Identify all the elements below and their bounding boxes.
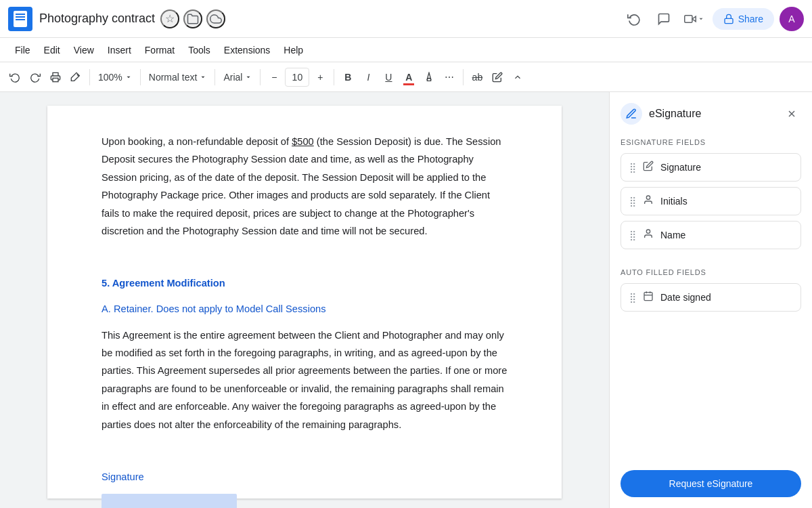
user-avatar[interactable]: A [780,7,804,31]
menu-help[interactable]: Help [277,42,310,58]
esig-title-row: eSignature [621,103,701,125]
separator-3 [215,69,215,85]
font-size-input[interactable] [285,68,309,87]
auto-fields-label: AUTO FILLED FIELDS [621,268,801,276]
highlight-button[interactable] [420,66,438,88]
paint-format-button[interactable] [66,66,85,88]
agreement-paragraph: This Agreement is the entire agreement b… [102,326,508,433]
svg-rect-2 [725,18,733,23]
svg-rect-1 [684,15,692,22]
decrease-font-button[interactable]: − [265,66,284,88]
esig-header: eSignature [621,103,801,125]
esig-fields-section: ESIGNATURE FIELDS ⣿ Signature ⣿ Initials… [621,138,801,255]
separator-6 [463,69,464,85]
chat-button[interactable] [652,7,676,31]
meet-button[interactable] [681,8,707,30]
svg-rect-3 [53,78,58,81]
signature-box[interactable] [102,494,237,508]
signature-drag-handle: ⣿ [629,162,636,173]
initials-drag-handle: ⣿ [629,196,636,207]
section5-heading: 5. Agreement Modification [102,274,508,292]
date-signed-field-item[interactable]: ⣿ Date signed [621,283,801,312]
more-options-button[interactable]: ⋯ [440,66,459,88]
font-size-area: − + [265,66,330,88]
underline-button[interactable]: U [379,66,398,88]
svg-rect-8 [644,293,652,301]
svg-point-7 [646,230,650,233]
share-label: Share [738,14,763,24]
document-page: Upon booking, a non-refundable deposit o… [47,106,562,499]
document-area[interactable]: Upon booking, a non-refundable deposit o… [0,92,609,508]
history-button[interactable] [622,7,646,31]
initials-field-icon [643,194,654,208]
date-drag-handle: ⣿ [629,292,636,303]
title-right-actions: Share A [622,7,804,31]
signature-field-icon [643,161,654,174]
name-field-label: Name [660,230,685,240]
document-body: Upon booking, a non-refundable deposit o… [102,133,508,508]
esignature-panel: eSignature ESIGNATURE FIELDS ⣿ Signature… [609,92,812,508]
deposit-paragraph: Upon booking, a non-refundable deposit o… [102,133,508,240]
star-button[interactable]: ☆ [160,9,179,28]
menu-view[interactable]: View [67,42,101,58]
cloud-button[interactable] [206,9,225,28]
signature-field-item[interactable]: ⣿ Signature [621,153,801,182]
menu-edit[interactable]: Edit [37,42,67,58]
title-icon-group: ☆ [160,9,225,28]
zoom-selector[interactable]: 100% [94,66,136,88]
italic-button[interactable]: I [359,66,378,88]
bold-button[interactable]: B [338,66,357,88]
sectionA-heading: A. Retainer. Does not apply to Model Cal… [102,300,508,318]
paint2-button[interactable] [488,66,507,88]
date-signed-icon [643,291,654,304]
print-button[interactable] [46,66,65,88]
document-title: Photography contract [39,12,155,26]
undo-button[interactable] [5,66,24,88]
formatting-toolbar: 100% Normal text Arial − + B I U A ⋯ ab [0,62,812,92]
separator-5 [334,69,334,85]
auto-filled-section: AUTO FILLED FIELDS ⣿ Date signed [621,268,801,317]
menu-tools[interactable]: Tools [181,42,217,58]
increase-font-button[interactable]: + [311,66,330,88]
main-layout: Upon booking, a non-refundable deposit o… [0,92,812,508]
esig-close-button[interactable] [782,104,801,123]
separator-4 [260,69,261,85]
redo-button[interactable] [26,66,45,88]
name-field-icon [643,228,654,242]
separator-1 [89,69,90,85]
strikethrough-button[interactable]: ab [468,66,487,88]
signature-label: Signature [102,468,508,486]
share-button[interactable]: Share [713,8,774,30]
deposit-amount: $500 [292,136,314,147]
style-selector[interactable]: Normal text [145,66,211,88]
esig-title: eSignature [649,108,701,120]
date-signed-label: Date signed [660,292,711,303]
menu-bar: File Edit View Insert Format Tools Exten… [0,38,812,62]
separator-2 [140,69,141,85]
menu-format[interactable]: Format [138,42,181,58]
esig-fields-label: ESIGNATURE FIELDS [621,138,801,146]
name-field-item[interactable]: ⣿ Name [621,221,801,249]
title-bar: Photography contract ☆ Share A [0,0,812,38]
folder-button[interactable] [183,9,202,28]
expand-button[interactable] [508,66,527,88]
menu-file[interactable]: File [8,42,37,58]
font-selector[interactable]: Arial [219,66,256,88]
svg-point-6 [646,196,650,199]
doc-app-icon [8,7,32,31]
menu-extensions[interactable]: Extensions [217,42,277,58]
initials-field-item[interactable]: ⣿ Initials [621,187,801,215]
svg-marker-0 [692,16,696,22]
signature-field-label: Signature [660,162,701,173]
name-drag-handle: ⣿ [629,230,636,240]
esig-title-icon [621,103,642,125]
request-esignature-button[interactable]: Request eSignature [621,470,801,497]
initials-field-label: Initials [660,196,687,207]
text-color-button[interactable]: A [399,66,418,88]
menu-insert[interactable]: Insert [101,42,138,58]
